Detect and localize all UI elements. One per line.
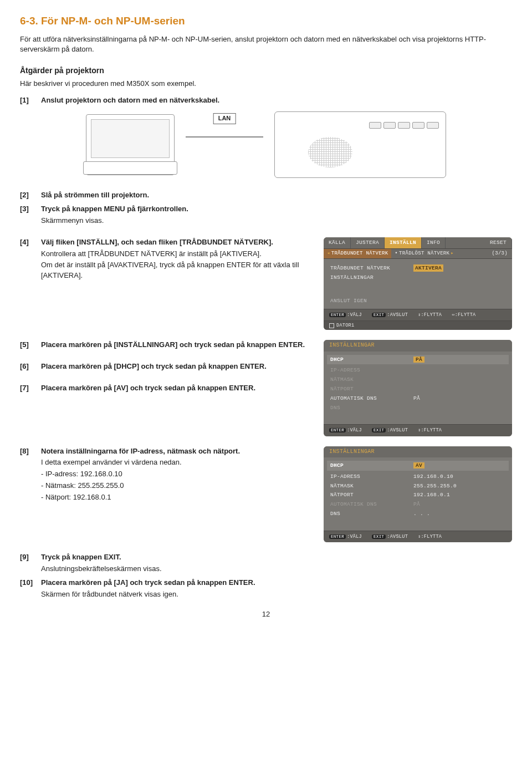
osd-settings-dhcp-on: INSTÄLLNINGAR DHCPPÅ IP-ADRESS NÄTMASK N… xyxy=(324,340,512,436)
osd-row-value xyxy=(413,376,505,384)
source-icon xyxy=(329,323,334,328)
osd-row-label: DNS xyxy=(330,404,413,412)
step-4: [4] Välj fliken [INSTÄLLN], och sedan fl… xyxy=(20,237,310,281)
page-number: 12 xyxy=(20,609,512,620)
step-1: [1] Anslut projektorn och datorn med en … xyxy=(20,95,512,106)
step-10: [10] Placera markören på [JA] och tryck … xyxy=(20,578,512,600)
step-note: I detta exempel använder vi värdena neda… xyxy=(41,457,310,468)
footer-move: ⇕:FLYTTA xyxy=(418,533,442,540)
osd-menu-network: KÄLLA JUSTERA INSTÄLLN INFO RESET ◂TRÅDB… xyxy=(324,237,512,330)
osd-row-label: IP-ADRESS xyxy=(330,366,413,374)
osd-source: DATOR1 xyxy=(324,320,512,330)
step-text: Placera markören på [INSTÄLLNINGAR] och … xyxy=(41,340,310,350)
step-text-line: Notera inställningarna för IP-adress, nä… xyxy=(41,447,240,455)
step-text-line: Tryck på knappen EXIT. xyxy=(41,553,121,561)
osd-connect-again: ANSLUT IGEN xyxy=(330,297,505,305)
step-no: [10] xyxy=(20,578,34,600)
step-no: [8] xyxy=(20,446,34,503)
step-note: Skärmmenyn visas. xyxy=(41,216,512,226)
osd-row-label: DHCP xyxy=(330,462,413,470)
step-text: Välj fliken [INSTÄLLN], och sedan fliken… xyxy=(41,237,310,281)
section-title: 6-3. För NP-M- och NP-UM-serien xyxy=(20,13,512,29)
osd-value-hilite: PÅ xyxy=(413,357,424,363)
osd-row-value: PÅ xyxy=(413,356,505,364)
step-text: Notera inställningarna för IP-adress, nä… xyxy=(41,446,310,503)
osd-row-label: AUTOMATISK DNS xyxy=(330,395,413,403)
osd-row-label: AUTOMATISK DNS xyxy=(330,501,413,508)
osd-footer: ENTER:VÄLJ EXIT:AVSLUT ⇕:FLYTTA xyxy=(324,531,512,542)
osd-row-value: . . . xyxy=(413,510,505,518)
step-8: [8] Notera inställningarna för IP-adress… xyxy=(20,446,310,503)
osd-settings-dhcp-off: INSTÄLLNINGAR DHCPAV IP-ADRESS192.168.0.… xyxy=(324,446,512,542)
footer-label: :AVSLUT xyxy=(387,534,408,539)
exit-badge: EXIT xyxy=(372,534,386,539)
laptop-icon xyxy=(86,114,175,175)
connection-diagram: LAN xyxy=(20,111,512,178)
step-note: - Nätmask: 255.255.255.0 xyxy=(41,481,310,491)
step-no: [7] xyxy=(20,383,34,394)
osd-tab: JUSTERA xyxy=(351,237,385,248)
step-no: [4] xyxy=(20,237,34,281)
footer-enter: ENTER:VÄLJ xyxy=(329,312,362,318)
osd-tab: RESET xyxy=(485,237,512,248)
intro-text: För att utföra nätverksinställningarna p… xyxy=(20,34,512,55)
osd-row-value: AKTIVERA xyxy=(413,264,505,272)
osd-row-label: NÄTPORT xyxy=(330,491,413,499)
step-9: [9] Tryck på knappen EXIT. Anslutningsbe… xyxy=(20,552,512,574)
step-text-line: Välj fliken [INSTÄLLN], och sedan fliken… xyxy=(41,238,273,246)
cable: LAN xyxy=(197,114,252,175)
enter-badge: ENTER xyxy=(329,313,346,317)
footer-label: :AVSLUT xyxy=(387,312,408,318)
step-note: Skärmen för trådbundet nätverk visas ige… xyxy=(41,589,512,600)
step-text: Tryck på knappen EXIT. Anslutningsbekräf… xyxy=(41,552,512,574)
osd-row-value: 192.168.0.1 xyxy=(413,491,505,499)
lan-label: LAN xyxy=(213,113,236,124)
step-text-line: Tryck på knappen MENU på fjärrkontrollen… xyxy=(41,205,188,213)
footer-exit: EXIT:AVSLUT xyxy=(372,312,408,318)
step-text: Slå på strömmen till projektorn. xyxy=(41,190,512,201)
osd-row-label: IP-ADRESS xyxy=(330,473,413,481)
osd-row-label: NÄTMASK xyxy=(330,482,413,490)
step-no: [6] xyxy=(20,361,34,372)
osd-row-value xyxy=(413,385,505,393)
step-note: Anslutningsbekräftelseskärmen visas. xyxy=(41,564,512,574)
step-text: Placera markören på [JA] och tryck sedan… xyxy=(41,578,512,600)
osd-footer: ENTER:VÄLJ EXIT:AVSLUT ⇕:FLYTTA ⇔:FLYTTA xyxy=(324,309,512,320)
osd-subtabs: ◂TRÅDBUNDET NÄTVERK •TRÅDLÖST NÄTVERK▸ (… xyxy=(324,249,512,259)
footer-enter: ENTER:VÄLJ xyxy=(329,427,362,434)
footer-exit: EXIT:AVSLUT xyxy=(372,427,408,434)
osd-row-label: DHCP xyxy=(330,356,413,364)
step-note: - Nätport: 192.168.0.1 xyxy=(41,492,310,503)
osd-row-value: AV xyxy=(413,462,505,470)
osd-row-value: PÅ xyxy=(413,501,505,508)
osd-page-indicator: (3/3) xyxy=(487,249,512,258)
osd-row-label: INSTÄLLNINGAR xyxy=(330,274,413,282)
osd-row-value: 192.168.0.10 xyxy=(413,473,505,481)
osd-subtab-wireless: •TRÅDLÖST NÄTVERK▸ xyxy=(391,249,457,258)
osd-row-label: DNS xyxy=(330,510,413,518)
step-3: [3] Tryck på knappen MENU på fjärrkontro… xyxy=(20,204,512,226)
step-no: [9] xyxy=(20,552,34,574)
osd-row-value: PÅ xyxy=(413,395,505,403)
osd-footer: ENTER:VÄLJ EXIT:AVSLUT ⇕:FLYTTA xyxy=(324,424,512,436)
footer-exit: EXIT:AVSLUT xyxy=(372,533,408,540)
step-6: [6] Placera markören på [DHCP] och tryck… xyxy=(20,361,310,372)
page-ind-val: 3/3 xyxy=(495,251,504,256)
footer-move: ⇕:FLYTTA xyxy=(418,427,442,434)
osd-value-hilite: AV xyxy=(413,462,424,469)
step-7: [7] Placera markören på [AV] och tryck s… xyxy=(20,383,310,394)
osd-value-hilite: AKTIVERA xyxy=(413,264,443,272)
osd-tab: KÄLLA xyxy=(324,237,351,248)
osd-tabs: KÄLLA JUSTERA INSTÄLLN INFO RESET xyxy=(324,237,512,249)
step-note: - IP-adress: 192.168.0.10 xyxy=(41,469,310,480)
source-label: DATOR1 xyxy=(336,322,354,329)
step-no: [2] xyxy=(20,190,34,201)
step-text: Placera markören på [AV] och tryck sedan… xyxy=(41,383,310,394)
sub-heading: Åtgärder på projektorn xyxy=(20,65,512,76)
step-text: Anslut projektorn och datorn med en nätv… xyxy=(41,95,512,106)
exit-badge: EXIT xyxy=(372,313,386,317)
footer-label: :VÄLJ xyxy=(347,534,362,539)
osd-row-value xyxy=(413,274,505,282)
footer-label: :VÄLJ xyxy=(347,427,362,433)
step-2: [2] Slå på strömmen till projektorn. xyxy=(20,190,512,201)
